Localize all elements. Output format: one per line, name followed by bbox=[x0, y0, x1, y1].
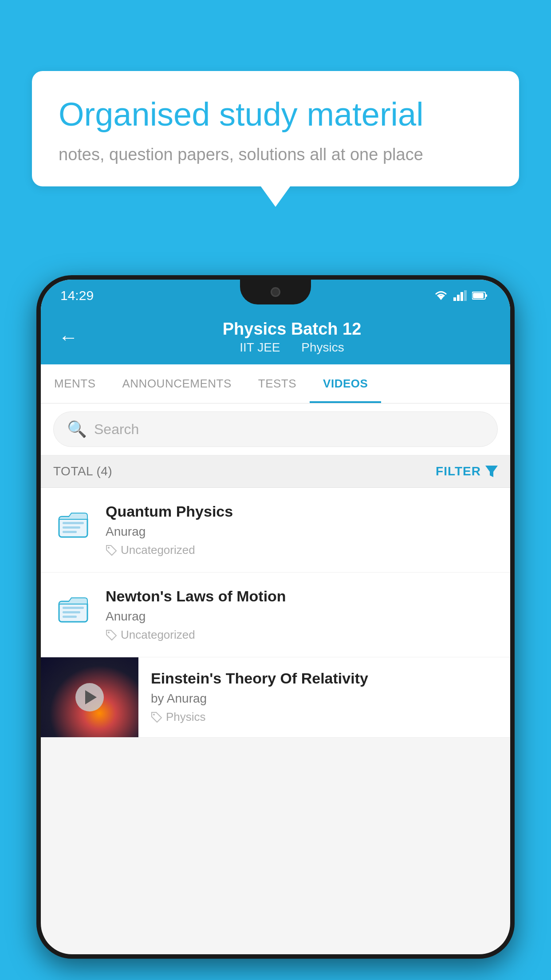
video-icon-wrap bbox=[53, 505, 93, 545]
tab-bar: MENTS ANNOUNCEMENTS TESTS VIDEOS bbox=[41, 364, 510, 403]
video-info: Quantum Physics Anurag Uncategorized bbox=[106, 503, 498, 557]
status-icons bbox=[434, 290, 488, 301]
tab-tests[interactable]: TESTS bbox=[245, 364, 310, 403]
tag-icon bbox=[106, 629, 117, 641]
tab-videos[interactable]: VIDEOS bbox=[310, 364, 381, 403]
video-thumbnail bbox=[41, 657, 138, 737]
search-placeholder: Search bbox=[94, 421, 139, 438]
header-center: Physics Batch 12 IIT JEE Physics bbox=[91, 320, 492, 355]
svg-point-18 bbox=[108, 632, 110, 633]
svg-rect-12 bbox=[63, 531, 77, 533]
svg-rect-4 bbox=[464, 290, 467, 301]
speech-bubble: Organised study material notes, question… bbox=[32, 71, 519, 186]
svg-rect-11 bbox=[63, 526, 80, 529]
total-count: TOTAL (4) bbox=[53, 464, 112, 478]
svg-point-13 bbox=[108, 547, 110, 549]
filter-icon bbox=[485, 466, 498, 477]
video-list: Quantum Physics Anurag Uncategorized bbox=[41, 488, 510, 738]
svg-rect-3 bbox=[460, 292, 463, 301]
filter-button[interactable]: FILTER bbox=[436, 464, 498, 478]
video-info: Newton's Laws of Motion Anurag Uncategor… bbox=[106, 588, 498, 642]
phone-screen: 14:29 bbox=[41, 280, 510, 954]
header-title: Physics Batch 12 bbox=[91, 320, 492, 339]
bubble-subtitle: notes, question papers, solutions all at… bbox=[59, 145, 492, 164]
video-tag: Physics bbox=[151, 710, 498, 724]
header-subtitle: IIT JEE Physics bbox=[91, 340, 492, 355]
filter-label: FILTER bbox=[436, 464, 481, 478]
phone-device: 14:29 bbox=[36, 275, 515, 959]
video-tag: Uncategorized bbox=[106, 628, 498, 642]
video-title: Newton's Laws of Motion bbox=[106, 588, 498, 605]
play-triangle-icon bbox=[85, 690, 97, 704]
video-tag: Uncategorized bbox=[106, 543, 498, 557]
search-icon: 🔍 bbox=[67, 420, 87, 439]
video-icon-wrap bbox=[53, 589, 93, 629]
svg-point-19 bbox=[153, 714, 155, 715]
filter-bar: TOTAL (4) FILTER bbox=[41, 455, 510, 488]
svg-rect-1 bbox=[453, 297, 456, 301]
video-title: Einstein's Theory Of Relativity bbox=[151, 670, 498, 687]
search-bar-container: 🔍 Search bbox=[41, 403, 510, 455]
bubble-title: Organised study material bbox=[59, 95, 492, 134]
signal-icon bbox=[453, 290, 467, 301]
status-bar: 14:29 bbox=[41, 280, 510, 312]
app-header: ← Physics Batch 12 IIT JEE Physics bbox=[41, 312, 510, 364]
list-item[interactable]: Quantum Physics Anurag Uncategorized bbox=[41, 488, 510, 573]
video-author: by Anurag bbox=[151, 692, 498, 706]
tab-ments[interactable]: MENTS bbox=[41, 364, 109, 403]
search-bar[interactable]: 🔍 Search bbox=[53, 411, 498, 447]
tag-icon bbox=[106, 545, 117, 556]
svg-rect-16 bbox=[63, 611, 80, 613]
svg-rect-6 bbox=[473, 293, 484, 298]
svg-rect-7 bbox=[485, 294, 487, 297]
back-button[interactable]: ← bbox=[59, 326, 78, 348]
list-item[interactable]: Newton's Laws of Motion Anurag Uncategor… bbox=[41, 573, 510, 657]
play-button[interactable] bbox=[75, 683, 104, 711]
svg-rect-15 bbox=[63, 607, 84, 609]
battery-icon bbox=[472, 291, 488, 300]
video-info: Einstein's Theory Of Relativity by Anura… bbox=[138, 657, 498, 736]
camera bbox=[271, 287, 280, 297]
svg-rect-10 bbox=[63, 522, 84, 524]
tag-label: Uncategorized bbox=[121, 628, 195, 642]
wifi-icon bbox=[434, 290, 448, 301]
tab-announcements[interactable]: ANNOUNCEMENTS bbox=[109, 364, 245, 403]
svg-marker-0 bbox=[437, 296, 445, 300]
svg-rect-2 bbox=[457, 295, 460, 301]
folder-icon bbox=[57, 593, 89, 625]
tag-label: Uncategorized bbox=[121, 543, 195, 557]
tag-icon bbox=[151, 711, 162, 723]
svg-rect-17 bbox=[63, 616, 77, 618]
list-item[interactable]: Einstein's Theory Of Relativity by Anura… bbox=[41, 657, 510, 738]
video-author: Anurag bbox=[106, 609, 498, 624]
header-subtitle-left: IIT JEE bbox=[240, 340, 280, 354]
status-time: 14:29 bbox=[60, 288, 94, 303]
svg-marker-8 bbox=[485, 466, 498, 477]
video-author: Anurag bbox=[106, 525, 498, 539]
header-subtitle-right: Physics bbox=[301, 340, 344, 354]
folder-icon bbox=[57, 509, 89, 541]
notch bbox=[240, 280, 311, 304]
video-title: Quantum Physics bbox=[106, 503, 498, 520]
tag-label: Physics bbox=[166, 710, 206, 724]
